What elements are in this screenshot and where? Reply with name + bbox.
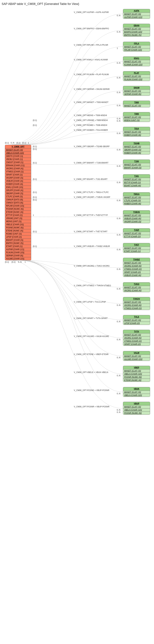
join-label: V_CM08_OPT-KNKLI = KNA1-KUNNR [74, 58, 108, 61]
entity-field: MANDT [CLNT (3)] [123, 261, 150, 264]
entity-field: SERNR [CHAR (8)] [123, 93, 150, 96]
entity-field: CMNUP [DATS (8)] [5, 198, 31, 201]
entity-field: LIFSP [CHAR (2)] [123, 322, 150, 325]
join-label: V_CM08_OPT-VRKME = T006-MSEHI [74, 119, 108, 122]
entity-field: BWART [CHAR (3)] [123, 166, 150, 169]
cardinality: 0..N [117, 409, 120, 411]
entity-field: VTWEG [CHAR (2)] [123, 307, 150, 310]
entity-field: GRUPP [CHAR (4)] [5, 189, 31, 192]
entity-title: VBUK [123, 387, 150, 391]
entity-field: KKBER [CHAR (4)] [123, 202, 150, 205]
cardinality: 0..N [117, 91, 120, 94]
cardinality: 1 [117, 47, 118, 50]
page-title: SAP ABAP table V_CM08_OPT {Generated Tab… [2, 2, 152, 6]
entity-field: VKORG [CHAR (4)] [123, 289, 150, 292]
cardinality: {0,1} [33, 245, 37, 248]
join-label: V_CM08_OPT-ETTYP = TVEP-ETTYP [74, 214, 108, 216]
entity-field: BWART [CHAR (3)] [5, 238, 31, 242]
entity-t161: T161MANDT [CLNT (3)]BSTYP [CHAR (1)]BSAR… [123, 174, 150, 187]
entity-t691a: T691AMANDT [CLNT (3)]CTLPC [CHAR (3)]KKB… [123, 192, 150, 205]
entity-field: VKGRP [CHAR (3)] [5, 176, 31, 180]
entity-field: AULWE [CHAR (10)] [123, 358, 150, 361]
entity-field: AULWE [CHAR (10)] [5, 257, 31, 260]
er-diagram: V_CM08_OPTMANDT [CLNT (3)]VBELN [CHAR (1… [2, 7, 152, 641]
entity-field: SBGRP [CHAR (3)] [5, 192, 31, 195]
join-label: V_CM08_OPT-POSNR = VBUP-POSNR [74, 406, 109, 408]
entity-field: CMNGV [DATS (8)] [5, 201, 31, 204]
entity-field: MANDT [CLNT (3)] [123, 333, 150, 336]
entity-field: MANDT [CLNT (3)] [123, 301, 150, 304]
entity-field: MANDT [CLNT (3)] [123, 247, 150, 250]
entity-field: MANDT [CLNT (3)] [123, 116, 150, 119]
cardinality: {0,1} [16, 142, 21, 144]
cardinality: {0,1} [22, 142, 26, 144]
entity-title: T156 [123, 160, 150, 163]
cardinality: 0..N [117, 31, 120, 33]
entity-field: RPLNR [CHAR (10)] [5, 204, 31, 208]
join-label: V_CM08_OPT-SBGRP = T024B-SBGRP [74, 145, 110, 148]
entity-title: VBUP [123, 402, 150, 406]
entity-title: T024B [123, 142, 150, 145]
entity-field: KUNNR [CHAR (10)] [123, 63, 150, 66]
join-label: V_CM08_OPT-AULWE = VALW-AULWE [74, 335, 109, 338]
entity-field: MSEHI [UNIT (3)] [123, 119, 150, 122]
entity-field: VKORG [CHAR (4)] [5, 167, 31, 170]
entity-eban: EBANMANDT [CLNT (3)]BANFN [CHAR (10)]BNF… [123, 24, 150, 37]
cardinality: 0..N [117, 148, 120, 151]
cardinality: 0..N [117, 268, 120, 270]
entity-field: MANDT [CLNT (3)] [123, 145, 150, 148]
entity-tvta: TVTAMANDT [CLNT (3)]VKORG [CHAR (4)]VTWE… [123, 330, 150, 346]
entity-field: AUFNR [CHAR (12)] [123, 16, 150, 19]
entity-field: SBGRP [CHAR (3)] [123, 148, 150, 152]
entity-field: VBOBJ [CHAR (1)] [5, 158, 31, 161]
entity-field: VBELN [CHAR (10)] [123, 408, 150, 412]
cardinality: 0..N [117, 62, 120, 64]
entity-field: VTWEG [CHAR (2)] [123, 340, 150, 343]
entity-title: V_CM08_OPT [5, 145, 31, 148]
entity-field: MANDT [CLNT (3)] [123, 196, 150, 199]
entity-field: VTWEG [CHAR (2)] [5, 170, 31, 173]
entity-tvkbz: TVKBZMANDT [CLNT (3)]VKORG [CHAR (4)]VTW… [123, 258, 150, 277]
join-label: V_CM08_OPT-BWART = T156-BWART [74, 162, 109, 164]
entity-title: TVET [123, 243, 150, 247]
entity-field: KKBER [CHAR (4)] [5, 183, 31, 186]
cardinality: 0..N [117, 76, 120, 79]
entity-field: VKBUR [CHAR (4)] [123, 274, 150, 277]
entity-field: BSART [CHAR (4)] [123, 184, 150, 187]
entity-title: TVKOV [123, 297, 150, 301]
entity-field: BNFPO [NUMC (5)] [5, 242, 31, 245]
entity-field: VKORG [CHAR (4)] [123, 336, 150, 340]
entity-field: MANDT [CLNT (3)] [123, 90, 150, 93]
join-label: V_CM08_OPT-ETART = TVET-ETART [74, 230, 108, 233]
join-label: V_CM08_OPT-VKBUR = TVKBZ-VKBUR [74, 245, 110, 248]
entity-field: MANDT [CLNT (3)] [123, 286, 150, 289]
join-label: V_CM08_OPT-PLNUM = PLAF-PLNUM [74, 73, 109, 76]
join-label: V_CM08_OPT-SPART = TVTA-SPART [74, 317, 108, 320]
entity-t006: T006MANDT [CLNT (3)]MSEHI [UNIT (3)] [123, 112, 150, 122]
entity-field: PLNUM [CHAR (10)] [5, 251, 31, 254]
cardinality: 0..N [117, 356, 120, 359]
entity-title: FPLA [123, 42, 150, 45]
entity-field: ETENR [NUMC (4)] [5, 211, 31, 214]
entity-snum: SNUMMANDT [CLNT (3)]SERNR [CHAR (8)] [123, 86, 150, 96]
cardinality: {0,1} [33, 230, 37, 233]
join-label: V_CM08_OPT-LIFSP = TVLS-LIFSP [74, 301, 106, 303]
entity-field: VKGRP [CHAR (3)] [123, 220, 150, 223]
cardinality: {0,1} [12, 261, 16, 263]
cardinality: {0,1} [33, 124, 37, 126]
join-label: V_CM08_OPT-MEINS = T006-MSEHI [74, 114, 107, 116]
entity-field: KNKLI [CHAR (10)] [5, 186, 31, 189]
join-label: V_CM08_OPT-AUFNR = AUFK-AUFNR [74, 11, 109, 14]
join-label: V_CM08_OPT-VTWEG = TVKOV-VTWEG [74, 284, 111, 287]
cardinality: 0..N [117, 132, 120, 134]
join-label: V_CM08_OPT-ETENE = VBEP-ETENR [74, 353, 109, 356]
entity-field: POSNR [NUMC (6)] [5, 208, 31, 211]
entity-field: MANDT [CLNT (3)] [123, 130, 150, 134]
cardinality: 0..N [117, 304, 120, 306]
entity-field: MANDT [CLNT (3)] [123, 45, 150, 48]
entity-field: VBELN [CHAR (10)] [123, 372, 150, 376]
entity-vbuk: VBUKMANDT [CLNT (3)]VBELN [CHAR (10)] [123, 387, 150, 397]
entity-field: BANFN [CHAR (10)] [123, 30, 150, 34]
cardinality: 0..N [117, 120, 120, 122]
cardinality: 0..N [117, 392, 120, 395]
